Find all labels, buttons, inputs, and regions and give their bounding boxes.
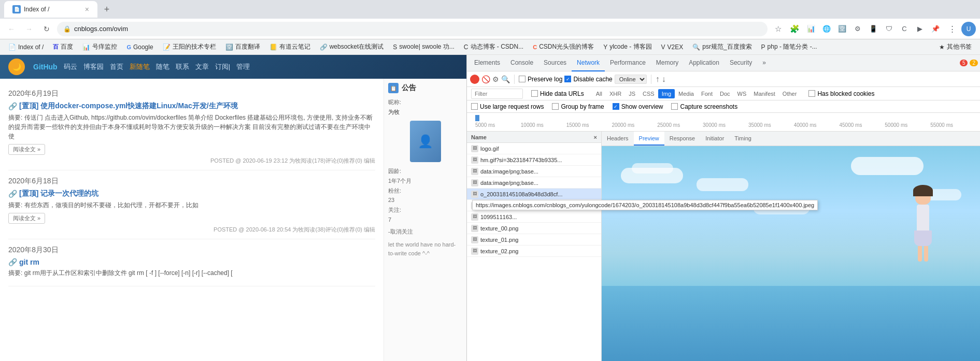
preview-tab-response[interactable]: Response: [664, 132, 701, 146]
nav-home[interactable]: 首页: [110, 62, 123, 71]
nav-mayi[interactable]: 码云: [64, 62, 77, 71]
ext-icon-5[interactable]: 📱: [866, 22, 880, 36]
clear-button[interactable]: 🚫: [481, 75, 490, 83]
nav-subscribe[interactable]: 订阅|: [215, 62, 230, 71]
url-bar[interactable]: 🔒 cnblogs.com/ovim: [57, 22, 768, 36]
bookmark-monitor[interactable]: 📊 号痒监控: [78, 41, 121, 53]
devtools-more-tabs[interactable]: »: [757, 55, 771, 71]
disable-cache-checkbox[interactable]: Disable cache: [564, 76, 612, 83]
bookmark-php[interactable]: P php - 随笔分类 -...: [757, 41, 821, 53]
close-preview-button[interactable]: ×: [594, 134, 597, 140]
ext-icon-8[interactable]: ▶: [913, 22, 927, 36]
filter-font[interactable]: Font: [698, 89, 716, 98]
bookmark-youdao[interactable]: 📒 有道云笔记: [265, 41, 315, 53]
net-file-logo-gif[interactable]: 🖼 logo.gif: [467, 143, 601, 154]
preview-tab-timing[interactable]: Timing: [729, 132, 757, 146]
ext-icon-2[interactable]: 🌐: [819, 22, 834, 36]
bookmark-wangyang[interactable]: 📝 王阳的技术专栏: [159, 41, 220, 53]
net-file-1099[interactable]: 🖼 1099511163...: [467, 211, 601, 223]
preview-tab-headers[interactable]: Headers: [602, 132, 634, 146]
bookmark-translate[interactable]: 🈳 百度翻译: [221, 41, 264, 53]
nav-articles[interactable]: 文章: [195, 62, 209, 71]
net-file-texture-02[interactable]: 🖼 texture_02.png: [467, 246, 601, 257]
filter-doc[interactable]: Doc: [716, 89, 734, 98]
devtools-tab-memory[interactable]: Memory: [651, 55, 684, 71]
devtools-tab-elements[interactable]: Elements: [469, 55, 505, 71]
preview-tab-initiator[interactable]: Initiator: [700, 132, 729, 146]
preserve-log-checkbox[interactable]: Preserve log: [519, 76, 562, 83]
forward-button[interactable]: →: [22, 22, 36, 36]
large-requests-checkbox[interactable]: Use large request rows: [471, 103, 544, 110]
post-title-1[interactable]: 🔗 [置顶] 使用docker-compose.yml快速搭建Linux/Mac…: [8, 102, 375, 111]
read-more-btn-1[interactable]: 阅读全文 »: [8, 144, 45, 155]
ext-icon-9[interactable]: 📌: [928, 22, 943, 36]
bookmark-csdn[interactable]: C CSDN光头强的博客: [529, 41, 598, 53]
has-blocked-cookies-checkbox[interactable]: Has blocked cookies: [808, 90, 874, 97]
ext-icon-7[interactable]: C: [897, 22, 912, 36]
filter-js[interactable]: JS: [625, 89, 639, 98]
bookmark-index[interactable]: 📄 Index of /: [4, 42, 48, 52]
nav-cnblogs[interactable]: 博客园: [83, 62, 104, 71]
net-file-data-png-2[interactable]: 🖼 data:image/png;base...: [467, 177, 601, 189]
other-bookmarks[interactable]: ★ 其他书签: [935, 41, 976, 53]
filter-all[interactable]: All: [592, 89, 606, 98]
reload-button[interactable]: ↻: [39, 22, 54, 36]
nav-contact[interactable]: 联系: [176, 62, 189, 71]
filter-css[interactable]: CSS: [639, 89, 658, 98]
profile-avatar[interactable]: U: [961, 22, 976, 36]
filter-icon[interactable]: ⚙: [492, 75, 499, 83]
devtools-tab-sources[interactable]: Sources: [538, 55, 572, 71]
nav-new-post[interactable]: 新随笔: [130, 62, 150, 71]
filter-media[interactable]: Media: [675, 89, 698, 98]
bookmark-psr[interactable]: 🔍 psr规范_百度搜索: [688, 41, 756, 53]
bookmark-websocket[interactable]: 🔗 websocket在线测试: [316, 41, 388, 53]
export-har-button[interactable]: ↓: [662, 75, 666, 84]
net-file-hm-gif[interactable]: 🖼 hm.gif?si=3b231847743b9335...: [467, 154, 601, 166]
net-file-o-image[interactable]: 🖼 o_200318145108a9b48d3d8cf...: [467, 189, 601, 200]
devtools-tab-performance[interactable]: Performance: [605, 55, 651, 71]
filter-manifest[interactable]: Manifest: [750, 89, 779, 98]
hide-data-urls-checkbox[interactable]: Hide data URLs: [531, 90, 584, 97]
net-file-data-png-1[interactable]: 🖼 data:image/png;base...: [467, 166, 601, 177]
back-button[interactable]: ←: [4, 22, 19, 36]
ext-icon-3[interactable]: 🈳: [835, 22, 849, 36]
tab-close-button[interactable]: ×: [85, 5, 89, 13]
extensions-icon[interactable]: 🧩: [787, 22, 802, 36]
bookmark-ylcode[interactable]: Y ylcode - 博客园: [599, 41, 656, 53]
nav-github[interactable]: GitHub: [33, 63, 58, 71]
ext-icon-1[interactable]: 📊: [804, 22, 818, 36]
throttle-select[interactable]: Online: [615, 75, 647, 84]
show-overview-checkbox[interactable]: Show overview: [613, 103, 663, 110]
bookmark-v2ex[interactable]: V V2EX: [657, 42, 688, 52]
devtools-tab-network[interactable]: Network: [572, 55, 605, 71]
bookmark-dongta[interactable]: C 动态博客 - CSDN...: [460, 41, 528, 53]
filter-input[interactable]: [471, 89, 523, 99]
preview-tab-preview[interactable]: Preview: [634, 132, 664, 146]
devtools-tab-security[interactable]: Security: [725, 55, 757, 71]
ext-icon-6[interactable]: 🛡: [882, 22, 896, 36]
search-network-button[interactable]: 🔍: [501, 75, 510, 83]
active-tab[interactable]: 📄 Index of / ×: [4, 1, 97, 18]
group-by-frame-checkbox[interactable]: Group by frame: [552, 103, 604, 110]
read-more-btn-2[interactable]: 阅读全文 »: [8, 213, 45, 224]
import-har-button[interactable]: ↑: [656, 75, 660, 84]
post-title-2[interactable]: 🔗 [置顶] 记录一次代理的坑: [8, 189, 375, 198]
bookmark-baidu[interactable]: 百 百度: [49, 41, 77, 53]
record-button[interactable]: [470, 75, 479, 84]
ext-icon-4[interactable]: ⚙: [850, 22, 865, 36]
net-file-texture-01[interactable]: 🖼 texture_01.png: [467, 234, 601, 246]
new-tab-button[interactable]: +: [100, 2, 114, 17]
bookmark-google[interactable]: G Google: [122, 42, 157, 52]
net-file-texture-00[interactable]: 🖼 texture_00.png: [467, 223, 601, 234]
bookmark-star-icon[interactable]: ☆: [771, 22, 785, 36]
devtools-tab-console[interactable]: Console: [505, 55, 538, 71]
nav-manage[interactable]: 管理: [236, 62, 250, 71]
bookmark-swoole[interactable]: S swoole| swoole 功...: [389, 41, 459, 53]
filter-img[interactable]: Img: [658, 89, 675, 98]
capture-screenshots-checkbox[interactable]: Capture screenshots: [671, 103, 737, 110]
filter-other[interactable]: Other: [779, 89, 801, 98]
nav-posts[interactable]: 随笔: [156, 62, 169, 71]
filter-xhr[interactable]: XHR: [606, 89, 625, 98]
post-title-3[interactable]: 🔗 git rm: [8, 258, 375, 266]
menu-button[interactable]: ⋮: [945, 22, 959, 36]
